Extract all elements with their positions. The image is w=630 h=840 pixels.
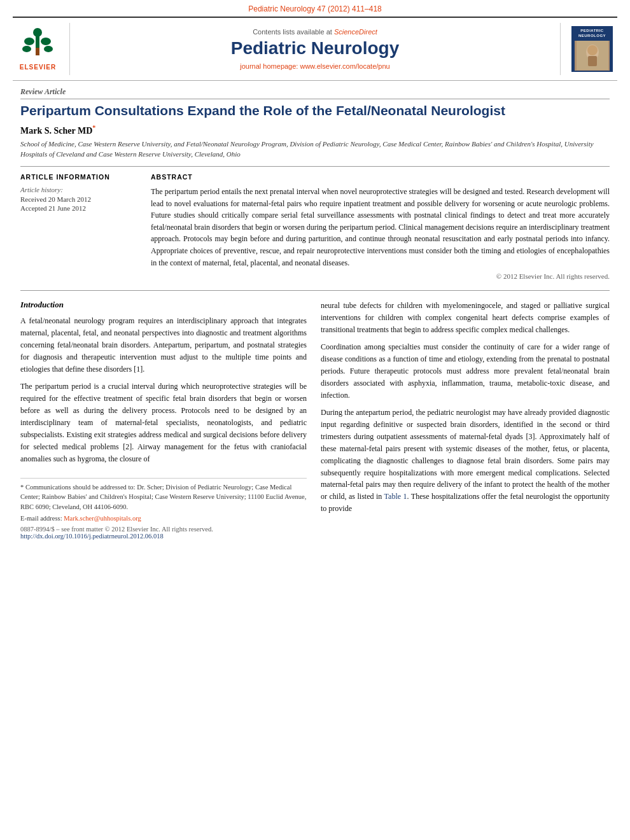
elsevier-brand-name: ELSEVIER bbox=[20, 64, 56, 71]
introduction-heading: Introduction bbox=[20, 300, 307, 310]
main-content-section: Introduction A fetal/neonatal neurology … bbox=[20, 290, 610, 540]
svg-rect-2 bbox=[36, 36, 39, 48]
table1-link[interactable]: Table 1 bbox=[384, 492, 407, 501]
correspondence-note: * Communications should be addressed to:… bbox=[20, 482, 307, 512]
footnote-section: * Communications should be addressed to:… bbox=[20, 478, 307, 540]
elsevier-logo-container: ELSEVIER bbox=[13, 23, 70, 75]
email-label: E-mail address: bbox=[20, 515, 62, 522]
accepted-date: Accepted 21 June 2012 bbox=[20, 204, 138, 212]
author-sup: * bbox=[92, 124, 95, 131]
email-address[interactable]: Mark.scher@uhhospitals.org bbox=[64, 515, 141, 522]
journal-homepage-line: journal homepage: www.elsevier.com/locat… bbox=[83, 62, 547, 70]
journal-citation-bar: Pediatric Neurology 47 (2012) 411–418 bbox=[0, 0, 630, 17]
affiliation-text: School of Medicine, Case Western Reserve… bbox=[20, 139, 610, 160]
article-body: Review Article Peripartum Consultations … bbox=[0, 81, 630, 552]
abstract-header: ABSTRACT bbox=[151, 173, 610, 181]
right-para1: neural tube defects for children with my… bbox=[321, 300, 610, 336]
article-title: Peripartum Consultations Expand the Role… bbox=[20, 102, 610, 119]
sciencedirect-link[interactable]: ScienceDirect bbox=[334, 28, 377, 36]
received-date: Received 20 March 2012 bbox=[20, 195, 138, 203]
article-info-column: ARTICLE INFORMATION Article history: Rec… bbox=[20, 173, 138, 280]
history-label: Article history: bbox=[20, 186, 138, 193]
abstract-column: ABSTRACT The peripartum period entails t… bbox=[151, 173, 610, 280]
elsevier-tree-icon bbox=[20, 27, 55, 62]
pn-logo-image-placeholder bbox=[575, 41, 610, 71]
svg-point-3 bbox=[24, 38, 34, 45]
svg-point-4 bbox=[41, 38, 51, 45]
svg-rect-11 bbox=[588, 56, 597, 66]
email-line: E-mail address: Mark.scher@uhhospitals.o… bbox=[20, 515, 307, 522]
journal-citation: Pediatric Neurology 47 (2012) 411–418 bbox=[248, 4, 381, 13]
right-content-column: neural tube defects for children with my… bbox=[321, 300, 610, 540]
svg-point-10 bbox=[587, 45, 598, 55]
copyright-line: © 2012 Elsevier Inc. All rights reserved… bbox=[151, 272, 610, 280]
review-article-label: Review Article bbox=[20, 87, 610, 99]
journal-info-center: Contents lists available at ScienceDirec… bbox=[70, 23, 560, 75]
author-name: Mark S. Scher MD bbox=[20, 126, 92, 136]
right-para3: During the antepartum period, the pediat… bbox=[321, 407, 610, 515]
journal-main-title: Pediatric Neurology bbox=[83, 38, 547, 59]
intro-para1: A fetal/neonatal neurology program requi… bbox=[20, 315, 307, 375]
article-meta-section: ARTICLE INFORMATION Article history: Rec… bbox=[20, 166, 610, 280]
abstract-text: The peripartum period entails the next p… bbox=[151, 186, 610, 269]
svg-rect-7 bbox=[36, 48, 39, 55]
svg-point-1 bbox=[33, 28, 42, 37]
doi-line[interactable]: http://dx.doi.org/10.1016/j.pediatrneuro… bbox=[20, 533, 307, 540]
article-info-header: ARTICLE INFORMATION bbox=[20, 173, 138, 181]
author-line: Mark S. Scher MD* bbox=[20, 124, 610, 136]
svg-point-5 bbox=[22, 46, 31, 52]
svg-point-6 bbox=[44, 46, 53, 52]
pn-logo-container: PEDIATRICNEUROLOGY bbox=[560, 23, 617, 75]
contents-available-line: Contents lists available at ScienceDirec… bbox=[83, 28, 547, 36]
header-section: ELSEVIER Contents lists available at Sci… bbox=[13, 17, 617, 81]
right-para2: Coordination among specialties must cons… bbox=[321, 341, 610, 402]
pn-logo-label: PEDIATRICNEUROLOGY bbox=[578, 29, 606, 39]
pn-logo-box: PEDIATRICNEUROLOGY bbox=[571, 26, 613, 72]
issn-line: 0887-8994/$ – see front matter © 2012 El… bbox=[20, 526, 307, 533]
intro-para2: The peripartum period is a crucial inter… bbox=[20, 381, 307, 465]
left-content-column: Introduction A fetal/neonatal neurology … bbox=[20, 300, 307, 540]
